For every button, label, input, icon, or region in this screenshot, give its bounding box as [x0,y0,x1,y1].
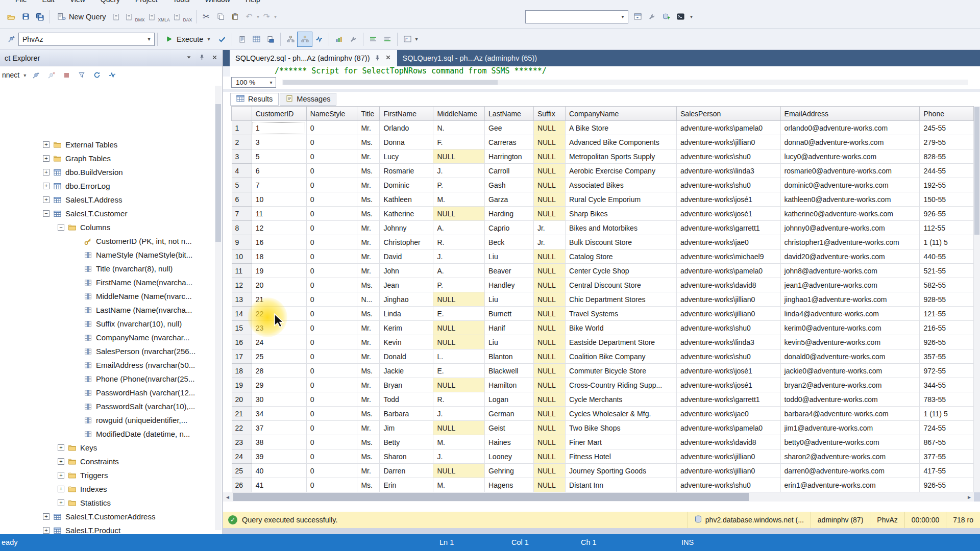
grid-cell[interactable]: Mr. [357,178,380,192]
grid-cell[interactable]: NULL [533,321,565,335]
tree-item-saleslt-product[interactable]: +SalesLT.Product [0,523,213,534]
grid-cell[interactable]: adventure-works\shu0 [677,321,781,335]
grid-cell[interactable]: 29 [252,378,306,392]
grid-cell[interactable]: M. [433,192,485,207]
grid-cell[interactable]: NULL [533,378,565,392]
grid-cell[interactable]: N... [357,292,380,307]
grid-cell[interactable]: adventure-works\jae0 [677,407,781,421]
tree-item-dbo-buildversion[interactable]: +dbo.BuildVersion [0,165,213,179]
results-to-file-icon[interactable] [263,32,278,46]
tree-item-columns[interactable]: −Columns [0,220,213,234]
grid-cell[interactable]: 6 [252,164,306,178]
row-number[interactable]: 22 [232,421,252,435]
grid-cell[interactable]: Ms. [357,449,380,464]
grid-cell[interactable]: adventure-works\josé1 [677,207,781,221]
open-file-icon[interactable] [4,10,18,24]
row-number[interactable]: 4 [232,164,252,178]
grid-cell[interactable]: adventure-works\garrett1 [677,221,781,235]
grid-cell[interactable]: Geist [485,421,534,435]
column-header-title[interactable]: Title [357,107,380,121]
chevron-down-icon[interactable]: ▾ [23,72,26,78]
grid-cell[interactable]: jim1@adventure-works.com [780,421,920,435]
grid-cell[interactable]: Kerim [380,321,433,335]
grid-cell[interactable]: adventure-works\josé1 [677,364,781,378]
grid-cell[interactable]: Bike World [566,321,677,335]
tab-results[interactable]: Results [230,93,279,106]
grid-cell[interactable]: adventure-works\michael9 [677,249,781,264]
grid-cell[interactable]: Mr. [357,221,380,235]
deploy-database-icon[interactable] [659,10,673,24]
grid-cell[interactable]: 34 [252,407,306,421]
scrollbar-thumb[interactable] [215,104,221,242]
grid-cell[interactable]: Kevin [380,335,433,349]
tree-item-indexes[interactable]: +Indexes [0,482,213,496]
tree-item-suffix-nvarchar-10-null[interactable]: Suffix (nvarchar(10), null) [0,317,213,331]
grid-cell[interactable]: J. [433,164,485,178]
grid-cell[interactable]: Metropolitan Sports Supply [566,149,677,164]
grid-cell[interactable]: A Bike Store [566,121,677,135]
grid-cell[interactable]: Ms. [357,478,380,492]
row-number[interactable]: 3 [232,149,252,164]
grid-cell[interactable]: J. [433,449,485,464]
grid-cell[interactable]: Sharon [380,449,433,464]
tree-item-rowguid-uniqueidentifier[interactable]: rowguid (uniqueidentifier,... [0,413,213,427]
grid-cell[interactable]: Center Cycle Shop [566,264,677,278]
grid-cell[interactable]: NULL [433,464,485,478]
grid-cell[interactable]: 377-55 [920,449,974,464]
grid-cell[interactable]: Ms. [357,407,380,421]
estimated-plan-icon[interactable] [283,32,298,46]
grid-cell[interactable]: 582-55 [920,278,974,292]
scrollbar-thumb[interactable] [283,80,498,85]
tree-item-passwordhash-varchar-12[interactable]: PasswordHash (varchar(12... [0,386,213,399]
row-number[interactable]: 8 [232,221,252,235]
grid-cell[interactable]: Gash [485,178,534,192]
grid-cell[interactable]: adventure-works\josé1 [677,378,781,392]
tree-item-saleslt-address[interactable]: +SalesLT.Address [0,193,213,207]
grid-cell[interactable]: Christopher [380,235,433,249]
grid-cell[interactable]: Donna [380,135,433,149]
row-number[interactable]: 9 [232,235,252,249]
chevron-down-icon[interactable]: ▾ [274,14,277,19]
database-status-segment[interactable]: PhvAz [870,512,904,528]
grid-cell[interactable]: Haines [485,435,534,449]
tree-item-constraints[interactable]: +Constraints [0,455,213,468]
grid-cell[interactable]: 0 [306,307,357,321]
actual-plan-icon[interactable] [298,32,312,46]
pin-icon[interactable] [374,54,381,63]
column-header-lastname[interactable]: LastName [485,107,534,121]
grid-cell[interactable]: NULL [533,192,565,207]
grid-cell[interactable]: Rosmarie [380,164,433,178]
grid-cell[interactable]: lucy0@adventure-works.com [780,149,920,164]
grid-cell[interactable]: Kathleen [380,192,433,207]
scroll-left-icon[interactable]: ◄ [223,492,232,502]
new-query-type-button[interactable]: DAX [172,10,192,24]
row-number[interactable]: 16 [232,335,252,349]
toolbar-overflow-icon[interactable]: ▾ [690,14,693,19]
grid-cell[interactable]: NULL [533,435,565,449]
tree-expander[interactable]: + [58,472,64,479]
console-icon[interactable] [673,10,688,24]
grid-cell[interactable]: 0 [306,407,357,421]
tree-expander[interactable]: + [43,183,50,189]
row-number[interactable]: 23 [232,435,252,449]
grid-cell[interactable]: Bulk Discount Store [566,235,677,249]
grid-cell[interactable]: 0 [306,164,357,178]
grid-cell[interactable]: 0 [306,235,357,249]
column-header-emailaddress[interactable]: EmailAddress [780,107,920,121]
row-number[interactable]: 21 [232,407,252,421]
grid-cell[interactable]: David [380,249,433,264]
grid-cell[interactable]: Mr. [357,149,380,164]
grid-cell[interactable]: 440-55 [920,249,974,264]
tree-expander[interactable]: + [43,196,50,203]
grid-cell[interactable]: 38 [252,435,306,449]
grid-cell[interactable]: 3 [252,135,306,149]
grid-cell[interactable]: Advanced Bike Components [566,135,677,149]
grid-cell[interactable]: Central Discount Store [566,278,677,292]
grid-cell[interactable]: NULL [533,464,565,478]
tree-item-keys[interactable]: +Keys [0,441,213,455]
grid-cell[interactable]: NULL [533,449,565,464]
grid-cell[interactable]: NULL [533,278,565,292]
grid-cell[interactable]: donna0@adventure-works.com [780,135,920,149]
row-number[interactable]: 7 [232,207,252,221]
grid-cell[interactable]: 23 [252,321,306,335]
